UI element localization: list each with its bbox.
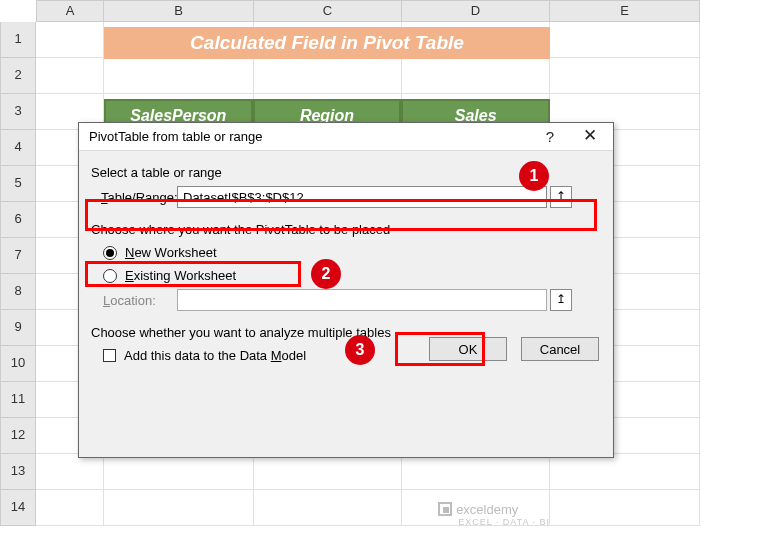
new-worksheet-radio[interactable]: [103, 246, 117, 260]
watermark-logo-icon: [438, 502, 452, 516]
table-range-label: Table/Range:: [91, 190, 177, 205]
row-header[interactable]: 1: [0, 22, 36, 58]
row-header[interactable]: 11: [0, 382, 36, 418]
add-data-model-checkbox[interactable]: [103, 349, 116, 362]
step-badge-2: 2: [311, 259, 341, 289]
row-header[interactable]: 2: [0, 58, 36, 94]
col-header-c[interactable]: C: [254, 0, 402, 22]
row-header[interactable]: 12: [0, 418, 36, 454]
ok-button[interactable]: OK: [429, 337, 507, 361]
new-worksheet-label: New Worksheet: [125, 245, 217, 260]
collapse-dialog-icon[interactable]: ↥: [550, 289, 572, 311]
add-data-model-label: Add this data to the Data Model: [124, 348, 306, 363]
row-headers: 1 2 3 4 5 6 7 8 9 10 11 12 13 14: [0, 22, 36, 526]
col-header-e[interactable]: E: [550, 0, 700, 22]
location-label: Location:: [103, 293, 177, 308]
help-button[interactable]: ?: [533, 123, 567, 151]
title-banner: Calculated Field in Pivot Table: [104, 27, 550, 59]
watermark-sub: EXCEL · DATA · BI: [458, 517, 550, 527]
close-button[interactable]: ✕: [573, 123, 607, 151]
table-range-input[interactable]: [177, 186, 547, 208]
row-header[interactable]: 7: [0, 238, 36, 274]
col-header-d[interactable]: D: [402, 0, 550, 22]
existing-worksheet-label: Existing Worksheet: [125, 268, 236, 283]
col-header-b[interactable]: B: [104, 0, 254, 22]
row-header[interactable]: 9: [0, 310, 36, 346]
collapse-dialog-icon[interactable]: ↥: [550, 186, 572, 208]
existing-worksheet-radio[interactable]: [103, 269, 117, 283]
col-header-a[interactable]: A: [36, 0, 104, 22]
dialog-title: PivotTable from table or range: [89, 129, 262, 144]
location-input[interactable]: [177, 289, 547, 311]
cancel-button[interactable]: Cancel: [521, 337, 599, 361]
row-header[interactable]: 10: [0, 346, 36, 382]
row-header[interactable]: 13: [0, 454, 36, 490]
dialog-title-bar[interactable]: PivotTable from table or range ? ✕: [79, 123, 613, 151]
watermark-name: exceldemy: [456, 502, 518, 517]
step-badge-1: 1: [519, 161, 549, 191]
step-badge-3: 3: [345, 335, 375, 365]
column-headers: A B C D E: [36, 0, 768, 22]
pivottable-dialog: PivotTable from table or range ? ✕ Selec…: [78, 122, 614, 458]
row-header[interactable]: 6: [0, 202, 36, 238]
row-header[interactable]: 5: [0, 166, 36, 202]
row-header[interactable]: 14: [0, 490, 36, 526]
row-header[interactable]: 4: [0, 130, 36, 166]
row-header[interactable]: 8: [0, 274, 36, 310]
watermark: exceldemy EXCEL · DATA · BI: [438, 502, 550, 527]
placement-label: Choose where you want the PivotTable to …: [91, 222, 601, 237]
row-header[interactable]: 3: [0, 94, 36, 130]
